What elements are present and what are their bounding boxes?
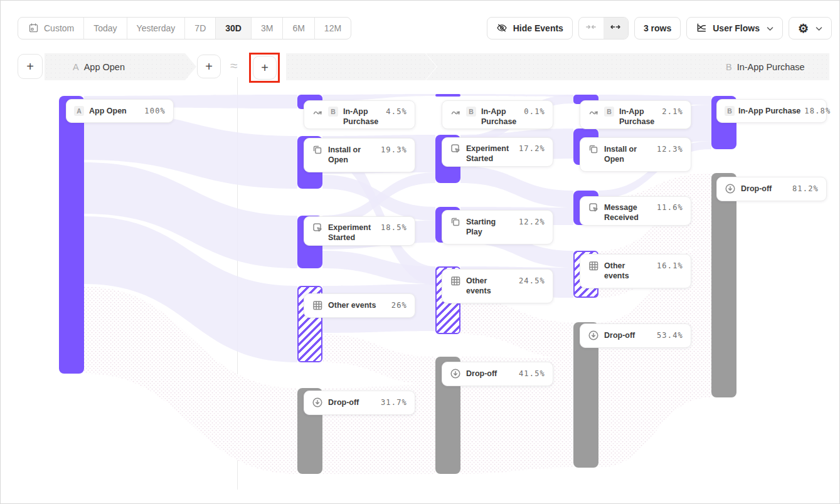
node-label: Drop-off	[466, 369, 497, 379]
flow-node-message-received[interactable]: Message Received 11.6%	[580, 196, 691, 226]
flow-node-app-open[interactable]: A App Open 100%	[66, 99, 174, 123]
click-icon	[588, 202, 599, 213]
step-b-badge: B	[328, 107, 338, 117]
step-b-badge: B	[725, 106, 735, 116]
node-pct: 41.5%	[519, 369, 545, 378]
node-pct: 4.5%	[386, 107, 407, 116]
overlap-squares-icon	[450, 216, 461, 228]
drop-off-icon	[725, 183, 736, 194]
flow-node-install-or-open[interactable]: Install or Open 12.3%	[580, 137, 691, 172]
skip-arrow-icon	[312, 106, 323, 117]
flow-node-experiment-started[interactable]: Experiment Started 18.5%	[304, 216, 415, 246]
step-b-badge: B	[466, 107, 476, 117]
node-pct: 26%	[391, 300, 407, 310]
flow-node-drop-off[interactable]: Drop-off 41.5%	[442, 362, 553, 386]
node-pct: 17.2%	[519, 144, 545, 153]
flow-node-other-events[interactable]: Other events 24.5%	[442, 269, 553, 303]
node-label: Other events	[604, 261, 652, 281]
flow-node-drop-off[interactable]: Drop-off 31.7%	[304, 391, 415, 415]
node-label: In-App Purchase	[343, 107, 381, 127]
flow-node-starting-play[interactable]: Starting Play 12.2%	[442, 210, 553, 244]
flow-node-other-events[interactable]: Other events 26%	[304, 293, 415, 318]
node-label: Experiment Started	[328, 223, 376, 243]
flow-bar-app-open[interactable]	[59, 96, 84, 374]
plus-icon: +	[261, 61, 268, 74]
node-label: Other events	[466, 276, 514, 297]
user-flows-report: Custom Today Yesterday 7D 30D 3M 6M 12M …	[0, 0, 840, 504]
flow-node-drop-off[interactable]: Drop-off 53.4%	[580, 323, 691, 348]
skip-arrow-icon	[588, 106, 599, 117]
flow-node-in-app-purchase[interactable]: B In-App Purchase 4.5%	[304, 100, 415, 129]
node-label: Drop-off	[328, 397, 359, 407]
flow-node-install-or-open[interactable]: Install or Open 19.3%	[304, 138, 415, 172]
flow-bar-drop-off[interactable]	[711, 173, 736, 397]
grid-icon	[312, 300, 323, 311]
node-label: Message Received	[604, 202, 652, 223]
step-b-badge: B	[604, 107, 614, 117]
node-pct: 16.1%	[657, 261, 683, 270]
node-pct: 11.6%	[657, 202, 683, 212]
node-pct: 18.8%	[804, 106, 831, 115]
skip-arrow-icon	[450, 106, 461, 117]
node-label: In-App Purchase	[619, 107, 657, 127]
click-icon	[312, 222, 323, 233]
node-label: Drop-off	[741, 184, 772, 194]
flow-node-in-app-purchase[interactable]: B In-App Purchase 0.1%	[442, 100, 553, 129]
overlap-squares-icon	[312, 144, 323, 155]
node-pct: 2.1%	[662, 107, 683, 116]
node-label: Starting Play	[466, 217, 514, 238]
node-pct: 0.1%	[524, 107, 545, 116]
node-pct: 81.2%	[792, 184, 819, 193]
node-pct: 19.3%	[381, 145, 407, 154]
flow-node-drop-off[interactable]: Drop-off 81.2%	[716, 177, 827, 201]
node-label: In-App Purchase	[481, 107, 519, 127]
drop-off-icon	[588, 330, 599, 341]
node-label: Drop-off	[604, 330, 635, 340]
drop-off-icon	[312, 397, 323, 408]
node-pct: 24.5%	[519, 276, 545, 285]
node-pct: 100%	[144, 106, 166, 115]
grid-icon	[588, 260, 599, 271]
click-icon	[450, 143, 461, 154]
flow-bar-in-app-purchase[interactable]	[435, 94, 460, 97]
flow-node-in-app-purchase[interactable]: B In-App Purchase 2.1%	[580, 100, 691, 129]
node-pct: 31.7%	[381, 397, 407, 407]
node-label: App Open	[89, 106, 127, 116]
overlap-squares-icon	[588, 144, 599, 155]
node-pct: 18.5%	[381, 223, 407, 232]
node-pct: 53.4%	[657, 330, 683, 340]
node-pct: 12.2%	[519, 217, 545, 226]
node-label: Install or Open	[328, 145, 376, 165]
node-pct: 12.3%	[657, 144, 683, 154]
add-step-button[interactable]: +	[253, 56, 277, 80]
step-a-badge: A	[74, 106, 84, 116]
grid-icon	[450, 275, 461, 286]
flow-node-experiment-started[interactable]: Experiment Started 17.2%	[442, 137, 553, 167]
node-label: In-App Purchase	[738, 106, 800, 116]
flow-node-in-app-purchase[interactable]: B In-App Purchase 18.8%	[716, 99, 827, 123]
node-label: Other events	[328, 300, 376, 310]
drop-off-icon	[450, 368, 461, 379]
node-label: Experiment Started	[466, 144, 514, 164]
node-label: Install or Open	[604, 144, 652, 165]
flow-node-other-events[interactable]: Other events 16.1%	[580, 254, 691, 288]
